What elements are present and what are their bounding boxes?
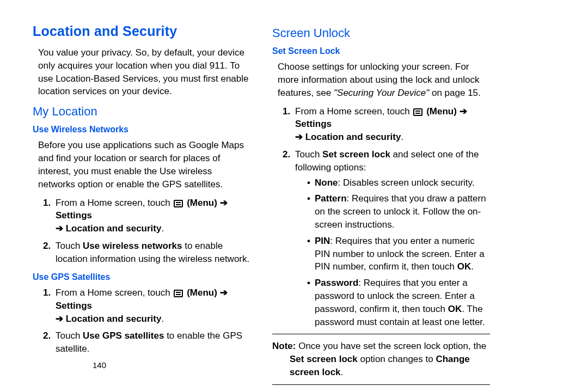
list-item: Touch Use wireless networks to enable lo…: [53, 240, 250, 266]
list-item: Touch Use GPS satellites to enable the G…: [53, 329, 250, 356]
set-lock-intro: Choose settings for unlocking your scree…: [278, 60, 490, 99]
list-item: Password: Requires that you enter a pass…: [307, 277, 490, 328]
note-block: Note: Once you have set the screen lock …: [272, 340, 490, 378]
page-title: Location and Security: [33, 22, 250, 41]
set-screen-lock-heading: Set Screen Lock: [272, 45, 490, 57]
use-wireless-steps: From a Home screen, touch (Menu) ➔ Setti…: [33, 197, 250, 266]
list-item: PIN: Requires that you enter a numeric P…: [307, 235, 490, 273]
left-column: Location and Security You value your pri…: [33, 22, 250, 390]
page-number: 140: [93, 359, 106, 371]
menu-icon: [413, 108, 422, 116]
list-item: From a Home screen, touch (Menu) ➔ Setti…: [293, 105, 490, 144]
list-item: From a Home screen, touch (Menu) ➔ Setti…: [53, 286, 250, 325]
set-lock-steps: From a Home screen, touch (Menu) ➔ Setti…: [272, 105, 490, 329]
use-gps-heading: Use GPS Satellites: [33, 271, 250, 283]
list-item: From a Home screen, touch (Menu) ➔ Setti…: [53, 197, 250, 235]
use-gps-steps: From a Home screen, touch (Menu) ➔ Setti…: [33, 286, 250, 356]
my-location-heading: My Location: [33, 103, 250, 120]
intro-paragraph: You value your privacy. So, by default, …: [38, 46, 250, 98]
use-wireless-heading: Use Wireless Networks: [33, 124, 250, 136]
menu-icon: [174, 200, 183, 207]
divider: [272, 334, 490, 334]
screen-unlock-heading: Screen Unlock: [272, 25, 490, 42]
menu-icon: [174, 290, 183, 297]
right-column: Screen Unlock Set Screen Lock Choose set…: [272, 22, 490, 390]
lock-options: None: Disables screen unlock security. P…: [295, 176, 490, 329]
use-wireless-intro: Before you use applications such as Goog…: [38, 139, 250, 191]
list-item: None: Disables screen unlock security.: [307, 176, 490, 189]
divider: [272, 384, 490, 385]
list-item: Pattern: Requires that you draw a patter…: [307, 192, 490, 231]
list-item: Touch Set screen lock and select one of …: [293, 148, 490, 328]
